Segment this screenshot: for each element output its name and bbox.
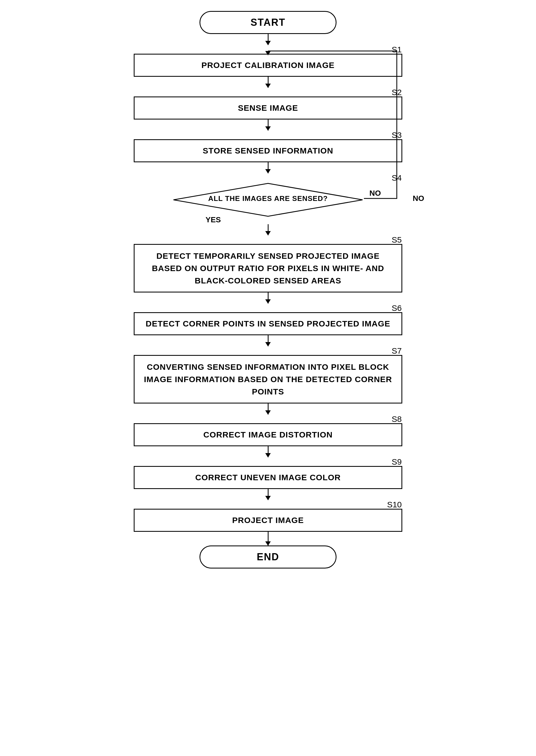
s6-label: S6 <box>391 303 402 313</box>
start-node: START <box>199 11 337 34</box>
arrow-s7-s8 <box>268 403 269 414</box>
s2-label: S2 <box>391 88 402 97</box>
arrow-s3-s4 <box>268 162 269 173</box>
arrow-s2-s3 <box>268 120 269 130</box>
arrow-s10-end <box>268 532 269 545</box>
s1-node: PROJECT CALIBRATION IMAGE <box>134 54 402 77</box>
s4-diamond-container: ALL THE IMAGES ARE SENSED? <box>172 182 364 215</box>
arrow-s8-s9 <box>268 446 269 457</box>
flowchart: START S1 PROJECT CALIBRATION IMAGE S2 SE… <box>104 11 432 568</box>
s10-label: S10 <box>387 500 402 509</box>
arrow-start-s1 <box>268 34 269 45</box>
s7-node: CONVERTING SENSED INFORMATION INTO PIXEL… <box>134 355 402 403</box>
s4-section: ALL THE IMAGES ARE SENSED? NO YES <box>104 182 432 224</box>
s4-label: S4 <box>391 173 402 183</box>
s4-text: ALL THE IMAGES ARE SENSED? <box>208 194 328 203</box>
s1-label: S1 <box>391 45 402 54</box>
s9-label: S9 <box>391 457 402 466</box>
s5-label: S5 <box>391 235 402 245</box>
no-label: NO <box>413 194 424 203</box>
arrow-s4-s5 <box>268 224 269 235</box>
end-node: END <box>199 545 337 568</box>
arrow-s9-s10 <box>268 489 269 500</box>
s8-label: S8 <box>391 414 402 424</box>
arrow-s1-s2 <box>268 77 269 88</box>
s5-node: DETECT TEMPORARILY SENSED PROJECTED IMAG… <box>134 244 402 292</box>
s7-label: S7 <box>391 346 402 356</box>
arrow-s6-s7 <box>268 335 269 346</box>
s10-node: PROJECT IMAGE <box>134 509 402 532</box>
s2-node: SENSE IMAGE <box>134 96 402 120</box>
s9-node: CORRECT UNEVEN IMAGE COLOR <box>134 466 402 489</box>
s8-node: CORRECT IMAGE DISTORTION <box>134 423 402 446</box>
s3-label: S3 <box>391 130 402 140</box>
arrow-s5-s6 <box>268 292 269 303</box>
s6-node: DETECT CORNER POINTS IN SENSED PROJECTED… <box>134 312 402 335</box>
s3-node: STORE SENSED INFORMATION <box>134 139 402 162</box>
